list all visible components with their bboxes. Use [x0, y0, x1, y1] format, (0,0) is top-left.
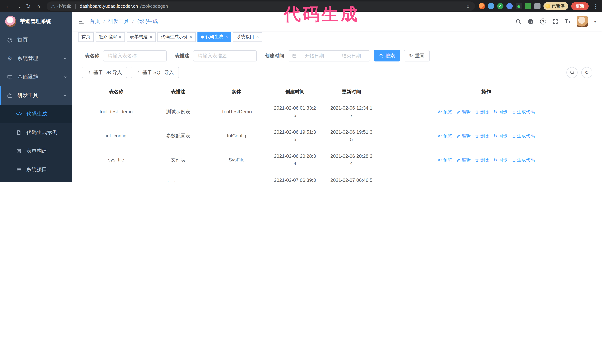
edit-link[interactable]: 编辑 [457, 132, 471, 140]
breadcrumb-devtools[interactable]: 研发工具 [108, 18, 129, 25]
dashboard-icon [7, 37, 13, 43]
github-icon[interactable] [527, 18, 534, 25]
preview-link[interactable]: 预览 [438, 132, 452, 140]
search-form: 表名称 表描述 创建时间 开始日期 - 结束日期 搜索 [82, 50, 592, 62]
screen: ← → ↻ ⌂ ⚠ 不安全 dashboard.yudao.iocoder.cn… [0, 0, 602, 182]
generate-code-link[interactable]: 生成代码 [512, 180, 535, 182]
tab-close-icon[interactable]: × [118, 34, 121, 39]
breadcrumb-home[interactable]: 首页 [90, 18, 100, 25]
paused-badge[interactable]: 已暂停 [543, 2, 568, 10]
extension-icon-fox[interactable] [478, 3, 485, 9]
create-time-range-picker[interactable]: 开始日期 - 结束日期 [288, 50, 370, 61]
toggle-search-button[interactable] [566, 67, 578, 78]
browser-menu-icon[interactable]: ⋮ [593, 3, 598, 9]
col-entity: 实体 [206, 84, 267, 100]
edit-link[interactable]: 编辑 [457, 180, 471, 182]
table-header-row: 表名称 表描述 实体 创建时间 更新时间 操作 [82, 84, 592, 100]
tab-label: 系统接口 [236, 34, 254, 40]
sidebar-item-devtools[interactable]: 研发工具 [0, 86, 72, 105]
table-row: tool_test_demo 测试示例表 ToolTestDemo 2021-0… [82, 100, 592, 124]
tab[interactable]: 首页 [78, 32, 94, 42]
table-name-label: 表名称 [85, 52, 99, 59]
cell-table-desc: 文件表 [150, 148, 206, 172]
generate-code-link[interactable]: 生成代码 [512, 132, 535, 140]
sidebar-item-system-api[interactable]: 系统接口 [0, 160, 72, 179]
generate-code-link[interactable]: 生成代码 [512, 108, 535, 115]
address-bar[interactable]: ⚠ 不安全 dashboard.yudao.iocoder.cn/tool/co… [47, 1, 475, 11]
user-caret-down-icon[interactable]: ▾ [594, 20, 596, 23]
preview-link[interactable]: 预览 [438, 156, 452, 164]
cell-operations: 预览 编辑 删除 [380, 172, 592, 182]
tab-close-icon[interactable]: × [256, 34, 259, 39]
cell-table-desc: 参数配置表 [150, 124, 206, 148]
table-name-input[interactable] [103, 50, 167, 61]
search-button[interactable]: 搜索 [374, 50, 400, 62]
delete-link[interactable]: 删除 [475, 180, 489, 182]
avatar[interactable] [577, 16, 588, 27]
sync-link[interactable]: ↻ 同步 [494, 108, 507, 115]
hamburger-icon[interactable] [78, 18, 85, 25]
top-navbar: 首页 / 研发工具 / 代码生成 ? TT ▾ [72, 12, 602, 31]
edit-link[interactable]: 编辑 [457, 156, 471, 164]
reset-button[interactable]: ↻ 重置 [404, 50, 430, 62]
tab-label: 代码生成示例 [161, 34, 187, 40]
tab[interactable]: 表单构建 × [127, 32, 156, 42]
reload-button[interactable]: ↻ [24, 1, 33, 11]
sync-link[interactable]: ↻ 同步 [494, 156, 507, 164]
bookmark-star-icon[interactable]: ☆ [466, 3, 470, 9]
col-updated: 更新时间 [323, 84, 380, 100]
tab[interactable]: 系统接口 × [233, 32, 262, 42]
sidebar-item-codegen-example[interactable]: 代码生成示例 [0, 123, 72, 142]
sidebar-item-home[interactable]: 首页 [0, 31, 72, 49]
delete-link[interactable]: 删除 [475, 132, 489, 140]
extension-icon-people[interactable] [506, 3, 513, 9]
page-content: 表名称 表描述 创建时间 开始日期 - 结束日期 搜索 [72, 43, 602, 182]
forward-button[interactable]: → [14, 1, 23, 11]
edit-link[interactable]: 编辑 [457, 108, 471, 115]
security-label[interactable]: 不安全 [57, 3, 71, 9]
cell-created: 2021-02-06 01:33:25 [267, 100, 323, 124]
tab-close-icon[interactable]: × [150, 34, 152, 39]
extension-icon-green-check[interactable]: ✓ [497, 3, 503, 9]
end-date-placeholder: 结束日期 [337, 52, 366, 59]
start-date-placeholder: 开始日期 [300, 52, 329, 59]
sidebar-item-system[interactable]: ⚙ 系统管理 [0, 49, 72, 68]
update-button[interactable]: 更新 [571, 2, 589, 10]
extensions-puzzle-icon[interactable] [534, 3, 540, 9]
sidebar-item-form-builder[interactable]: 表单构建 [0, 142, 72, 160]
sidebar-menu: 首页 ⚙ 系统管理 基础设施 [0, 31, 72, 182]
search-icon[interactable] [515, 19, 521, 24]
table-row: inf_config 参数配置表 InfConfig 2021-02-06 19… [82, 124, 592, 148]
import-db-button[interactable]: 基于 DB 导入 [82, 67, 127, 78]
tab-close-icon[interactable]: × [189, 34, 192, 39]
sidebar-item-infrastructure[interactable]: 基础设施 [0, 68, 72, 86]
import-sql-button[interactable]: 基于 SQL 导入 [131, 67, 179, 78]
sync-link[interactable]: ↻ 同步 [494, 180, 507, 182]
browser-home-button[interactable]: ⌂ [34, 1, 43, 11]
preview-link[interactable]: 预览 [438, 180, 452, 182]
tab[interactable]: 链路追踪 × [96, 32, 125, 42]
fullscreen-icon[interactable] [552, 19, 558, 24]
table-desc-input[interactable] [193, 50, 257, 61]
preview-link[interactable]: 预览 [438, 108, 452, 115]
delete-link[interactable]: 删除 [475, 108, 489, 115]
extension-icon-dark[interactable] [516, 3, 522, 9]
warning-icon: ⚠ [51, 3, 55, 9]
help-icon[interactable]: ? [540, 19, 546, 24]
sidebar-item-label: 研发工具 [17, 92, 38, 99]
sidebar-item-db-docs[interactable]: 数据库文档 [0, 179, 72, 182]
sync-link[interactable]: ↻ 同步 [494, 132, 507, 140]
url-path: /tool/codegen [140, 3, 168, 9]
delete-link[interactable]: 删除 [475, 156, 489, 164]
extension-icon-leaf[interactable] [525, 3, 531, 9]
refresh-table-button[interactable]: ↻ [581, 67, 592, 78]
sidebar-item-codegen[interactable]: </> 代码生成 [0, 105, 72, 123]
generate-code-link[interactable]: 生成代码 [512, 156, 535, 164]
tab[interactable]: 代码生成示例 × [157, 32, 195, 42]
tab-close-icon[interactable]: × [225, 34, 228, 39]
extension-icon-blue[interactable] [488, 3, 494, 9]
tab[interactable]: 代码生成 × [197, 32, 231, 42]
back-button[interactable]: ← [4, 1, 13, 11]
col-created: 创建时间 [267, 84, 323, 100]
font-size-icon[interactable]: TT [565, 19, 570, 24]
